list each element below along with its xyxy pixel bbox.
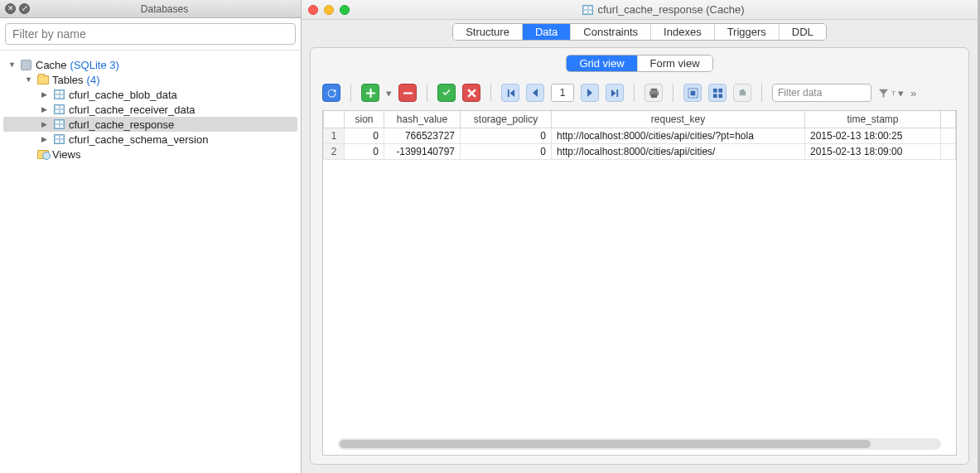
svg-rect-3: [650, 94, 656, 98]
row-number: 2: [323, 144, 345, 160]
views-icon: [37, 150, 49, 159]
table-icon: [54, 119, 65, 129]
tab-structure[interactable]: Structure: [453, 24, 523, 40]
close-icon[interactable]: ✕: [5, 3, 16, 14]
cell-tail: [941, 144, 956, 160]
first-page-button[interactable]: [501, 84, 519, 102]
scrollbar-thumb[interactable]: [340, 440, 871, 448]
filter-menu-button[interactable]: T ▾: [878, 87, 904, 99]
last-page-button[interactable]: [606, 84, 624, 102]
chevron-right-icon: ▶: [41, 120, 50, 128]
table-name: cfurl_cache_response: [69, 118, 174, 131]
chevron-right-icon: ▶: [41, 135, 50, 143]
select-all-button[interactable]: [683, 84, 702, 102]
horizontal-scrollbar[interactable]: [338, 438, 941, 450]
cell[interactable]: 0: [461, 128, 552, 144]
svg-rect-6: [712, 88, 717, 92]
detach-icon[interactable]: ⤢: [19, 3, 30, 14]
tab-ddl[interactable]: DDL: [780, 24, 826, 40]
select-cells-button[interactable]: [708, 84, 727, 102]
row-number-header[interactable]: [323, 111, 345, 128]
column-header[interactable]: time_stamp: [805, 111, 941, 128]
main-panel: cfurl_cache_response (Cache) Structure D…: [302, 0, 980, 473]
column-header[interactable]: storage_policy: [461, 111, 552, 128]
svg-rect-7: [718, 88, 722, 92]
cell[interactable]: -1399140797: [384, 144, 461, 160]
window-zoom-icon[interactable]: [340, 5, 350, 15]
cell[interactable]: 766523727: [384, 128, 461, 144]
next-page-button[interactable]: [581, 84, 599, 102]
tables-count: (4): [87, 74, 100, 86]
tab-data[interactable]: Data: [523, 24, 571, 40]
tab-triggers[interactable]: Triggers: [715, 24, 780, 40]
table-icon: [54, 89, 65, 99]
chevron-right-icon: ▶: [41, 105, 50, 113]
databases-panel: ✕ ⤢ Databases ▼ Cache (SQLite 3) ▼ Table…: [0, 0, 302, 473]
tables-label: Tables: [52, 74, 84, 86]
window-title: cfurl_cache_response (Cache): [597, 3, 744, 16]
print-button[interactable]: [644, 84, 663, 102]
view-mode-grid[interactable]: Grid view: [567, 56, 637, 71]
add-row-button[interactable]: [361, 84, 379, 102]
table-row[interactable]: 2 0 -1399140797 0 http://localhost:8000/…: [323, 144, 956, 160]
rollback-button[interactable]: [462, 84, 480, 102]
tree-tables-node[interactable]: ▼ Tables (4): [3, 72, 297, 87]
tab-indexes[interactable]: Indexes: [651, 24, 715, 40]
data-grid: sion hash_value storage_policy request_k…: [322, 110, 957, 456]
window-close-icon[interactable]: [308, 5, 318, 15]
filter-data-input[interactable]: [772, 84, 871, 102]
cell[interactable]: 2015-02-13 18:09:00: [805, 144, 941, 160]
column-header[interactable]: request_key: [552, 111, 805, 128]
tree-views-node[interactable]: Views: [3, 147, 297, 162]
traffic-lights: [308, 5, 350, 15]
export-button[interactable]: [733, 84, 751, 102]
tree-db-root[interactable]: ▼ Cache (SQLite 3): [3, 57, 297, 72]
grid-header: sion hash_value storage_policy request_k…: [323, 111, 956, 128]
chevron-down-icon: ▼: [8, 60, 17, 69]
page-number[interactable]: 1: [551, 84, 574, 102]
database-icon: [21, 60, 31, 70]
refresh-button[interactable]: [322, 84, 340, 102]
prev-page-button[interactable]: [526, 84, 544, 102]
column-header[interactable]: sion: [345, 111, 384, 128]
column-header[interactable]: hash_value: [384, 111, 461, 128]
table-icon: [582, 5, 593, 15]
db-name: Cache: [36, 59, 67, 71]
filter-by-name-input[interactable]: [5, 23, 296, 45]
window-minimize-icon[interactable]: [324, 5, 334, 15]
svg-rect-1: [650, 88, 656, 90]
svg-rect-0: [403, 92, 413, 94]
svg-rect-9: [718, 94, 722, 98]
more-tools-button[interactable]: »: [910, 87, 916, 99]
main-tabs: Structure Data Constraints Indexes Trigg…: [302, 20, 978, 47]
table-icon: [54, 134, 65, 144]
tab-constraints[interactable]: Constraints: [571, 24, 651, 40]
delete-row-button[interactable]: [398, 84, 417, 102]
db-engine: (SQLite 3): [70, 59, 119, 71]
cell[interactable]: 0: [345, 144, 384, 160]
cell[interactable]: 0: [461, 144, 552, 160]
chevron-right-icon: ▶: [41, 90, 50, 99]
chevron-down-icon: ▼: [25, 75, 33, 84]
cell[interactable]: 2015-02-13 18:00:25: [805, 128, 941, 144]
commit-button[interactable]: [437, 84, 456, 102]
tree-table-item-selected[interactable]: ▶ cfurl_cache_response: [3, 117, 297, 132]
tree-table-item[interactable]: ▶ cfurl_cache_blob_data: [3, 87, 297, 102]
tree-table-item[interactable]: ▶ cfurl_cache_receiver_data: [3, 102, 297, 117]
table-name: cfurl_cache_blob_data: [69, 89, 177, 101]
funnel-icon: [878, 88, 889, 99]
table-name: cfurl_cache_schema_version: [69, 133, 208, 146]
tree-table-item[interactable]: ▶ cfurl_cache_schema_version: [3, 132, 297, 147]
cell[interactable]: http://localhost:8000/cities/api/cities/…: [552, 128, 805, 144]
table-row[interactable]: 1 0 766523727 0 http://localhost:8000/ci…: [323, 128, 956, 144]
svg-rect-5: [690, 90, 695, 95]
views-label: Views: [52, 148, 80, 161]
folder-icon: [37, 75, 49, 84]
column-tail: [941, 111, 956, 128]
view-mode-form[interactable]: Form view: [638, 56, 712, 71]
add-row-menu-icon[interactable]: ▾: [386, 87, 392, 99]
data-toolbar: ▾ 1: [311, 75, 968, 110]
data-card: Grid view Form view ▾: [310, 47, 969, 465]
cell[interactable]: http://localhost:8000/cities/api/cities/: [552, 144, 805, 160]
cell[interactable]: 0: [345, 128, 384, 144]
